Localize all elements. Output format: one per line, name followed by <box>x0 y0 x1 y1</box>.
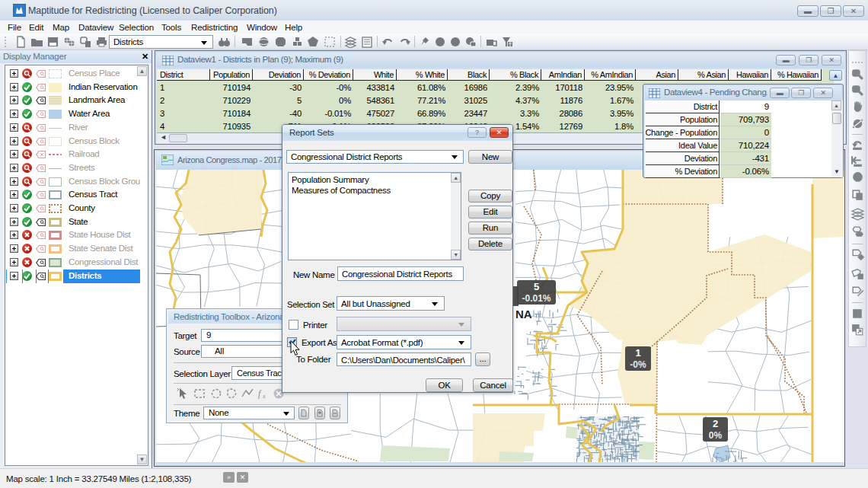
svg-text:0%: 0% <box>709 430 723 441</box>
svg-text:2: 2 <box>713 418 718 429</box>
svg-text:-0%: -0% <box>630 359 646 370</box>
svg-text:f: f <box>258 388 262 399</box>
svg-text:5: 5 <box>534 281 539 292</box>
svg-text:NA: NA <box>515 308 532 321</box>
svg-text:-0.01%: -0.01% <box>522 293 550 304</box>
svg-text:x: x <box>262 393 266 400</box>
svg-text:1: 1 <box>635 347 640 359</box>
